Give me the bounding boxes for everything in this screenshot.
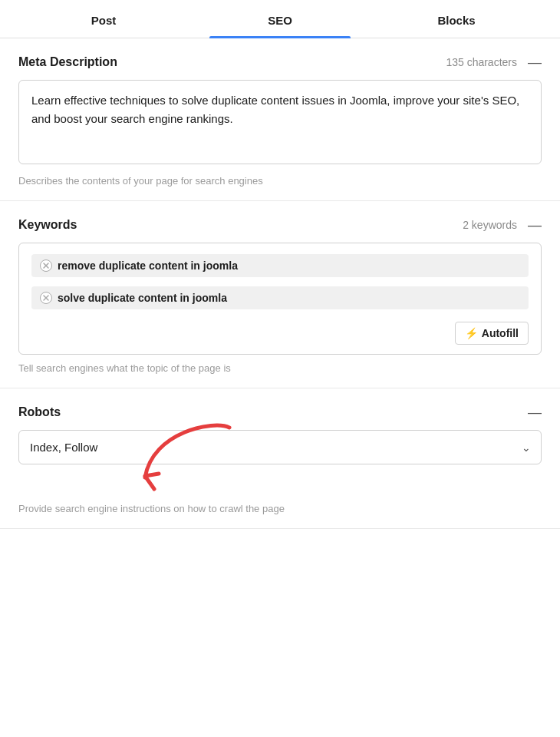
meta-description-section: Meta Description 135 characters — Descri… xyxy=(0,38,560,201)
meta-description-collapse-icon[interactable]: — xyxy=(528,55,542,69)
keywords-collapse-icon[interactable]: — xyxy=(528,218,542,232)
keywords-header: Keywords 2 keywords — xyxy=(18,218,542,232)
robots-section: Robots — Index, Follow Index, No Follow … xyxy=(0,388,560,529)
keyword-tag-2: solve duplicate content in joomla xyxy=(31,286,529,309)
bolt-icon: ⚡ xyxy=(465,327,478,339)
keyword-remove-icon-1[interactable] xyxy=(39,259,53,273)
robots-header-right: — xyxy=(528,405,542,419)
robots-select[interactable]: Index, Follow Index, No Follow No Index,… xyxy=(18,430,542,464)
tab-blocks[interactable]: Blocks xyxy=(368,0,545,38)
robots-hint: Provide search engine instructions on ho… xyxy=(18,503,542,514)
keywords-section: Keywords 2 keywords — remove duplicate c… xyxy=(0,201,560,388)
robots-collapse-icon[interactable]: — xyxy=(528,405,542,419)
keyword-tag-2-label: solve duplicate content in joomla xyxy=(58,292,227,304)
meta-description-header-right: 135 characters — xyxy=(446,55,542,69)
tab-post[interactable]: Post xyxy=(15,0,192,38)
robots-title: Robots xyxy=(18,405,61,419)
tab-bar: Post SEO Blocks xyxy=(0,0,560,38)
meta-description-textarea[interactable] xyxy=(18,80,542,164)
autofill-button[interactable]: ⚡ Autofill xyxy=(455,322,529,345)
meta-description-hint: Describes the contents of your page for … xyxy=(18,175,542,187)
keywords-count: 2 keywords xyxy=(463,219,517,231)
keywords-header-right: 2 keywords — xyxy=(463,218,542,232)
keywords-box: remove duplicate content in joomla solve… xyxy=(18,243,542,355)
robots-select-container: Index, Follow Index, No Follow No Index,… xyxy=(18,430,542,464)
keywords-hint: Tell search engines what the topic of th… xyxy=(18,362,542,374)
meta-description-header: Meta Description 135 characters — xyxy=(18,55,542,69)
autofill-row: ⚡ Autofill xyxy=(31,322,529,345)
autofill-label: Autofill xyxy=(482,327,519,339)
robots-select-wrapper: Index, Follow Index, No Follow No Index,… xyxy=(18,430,542,464)
meta-description-count: 135 characters xyxy=(446,56,517,68)
keyword-remove-icon-2[interactable] xyxy=(39,291,53,305)
meta-description-title: Meta Description xyxy=(18,55,117,69)
tab-seo[interactable]: SEO xyxy=(192,0,368,38)
keyword-tag-1-label: remove duplicate content in joomla xyxy=(58,259,238,272)
robots-header: Robots — xyxy=(18,405,542,419)
keywords-title: Keywords xyxy=(18,218,77,232)
keyword-tag-1: remove duplicate content in joomla xyxy=(31,254,529,277)
